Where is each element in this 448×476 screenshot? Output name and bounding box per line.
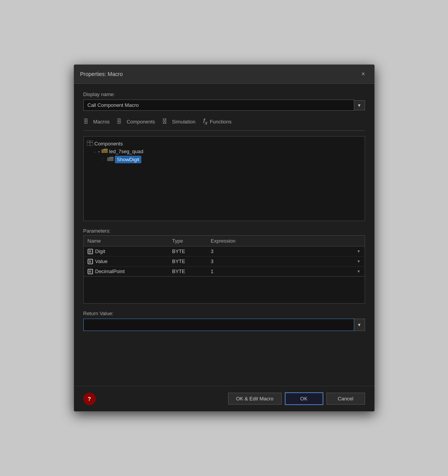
display-name-section: Display name: ▼ — [83, 91, 365, 111]
return-value-input[interactable] — [83, 319, 354, 331]
param-value-expr-cell: 3 ▼ — [207, 257, 365, 267]
col-type: Type — [168, 236, 207, 246]
return-input-row: ▼ — [83, 319, 365, 331]
tree-root-label: Components — [95, 141, 123, 147]
simulation-tab-icon — [163, 118, 170, 125]
expand-icon-1: ▪ — [98, 149, 100, 154]
tree-led7seg-label: led_7seg_quad — [109, 149, 144, 154]
parameters-section: Parameters: Name Type Expression B Di — [83, 228, 365, 304]
param-dp-dropdown[interactable]: ▼ — [357, 269, 361, 273]
display-name-row: ▼ — [83, 100, 365, 111]
help-button[interactable]: ? — [83, 393, 96, 405]
param-dp-name-cell: B DecimalPoint — [83, 267, 168, 277]
param-row-value: B Value BYTE 3 ▼ — [83, 257, 365, 267]
tab-functions-label: Functions — [210, 119, 232, 125]
param-digit-name-cell: B Digit — [83, 246, 168, 257]
param-value-name: Value — [95, 258, 108, 264]
param-value-expr: 3 — [211, 258, 213, 264]
param-dp-type: BYTE — [168, 267, 207, 277]
param-digit-expr-cell: 3 ▼ — [207, 246, 365, 257]
param-dp-name: DecimalPoint — [95, 268, 125, 274]
tabs-row: Macros Components — [83, 116, 365, 131]
title-bar: Properties: Macro × — [74, 65, 374, 84]
col-name: Name — [83, 236, 168, 246]
functions-tab-icon: fx — [203, 118, 208, 126]
param-digit-dropdown[interactable]: ▼ — [357, 249, 361, 253]
tab-functions[interactable]: fx Functions — [203, 116, 233, 127]
parameters-label: Parameters: — [83, 228, 365, 234]
tab-macros-label: Macros — [93, 119, 110, 125]
display-name-dropdown-button[interactable]: ▼ — [354, 100, 365, 110]
param-digit-name: Digit — [95, 248, 105, 254]
param-value-name-cell: B Value — [83, 257, 168, 267]
param-row-decimalpoint: B DecimalPoint BYTE 1 ▼ — [83, 267, 365, 277]
close-button[interactable]: × — [359, 69, 368, 79]
param-row-digit: B Digit BYTE 3 ▼ — [83, 246, 365, 257]
tab-macros[interactable]: Macros — [83, 117, 111, 127]
macros-tab-icon — [84, 118, 91, 125]
col-expression: Expression — [207, 236, 365, 246]
tab-simulation-label: Simulation — [172, 119, 196, 125]
components-tab-icon — [117, 118, 124, 125]
tree-node-led7seg[interactable]: – ▪ led_7seg_quad — [87, 148, 362, 155]
dialog-footer: ? OK & Edit Macro OK Cancel — [74, 386, 374, 411]
parameters-table: Name Type Expression B Digit BYTE — [83, 235, 365, 277]
param-value-type: BYTE — [168, 257, 207, 267]
tree-showdigit-label: ShowDigit — [115, 156, 142, 163]
tab-components[interactable]: Components — [117, 117, 156, 127]
tab-components-label: Components — [127, 119, 155, 125]
cancel-button[interactable]: Cancel — [326, 393, 365, 405]
params-empty-area — [83, 277, 365, 304]
display-name-input[interactable] — [83, 100, 354, 111]
param-value-dropdown[interactable]: ▼ — [357, 259, 361, 263]
param-dp-expr-cell: 1 ▼ — [207, 267, 365, 277]
folder-icon — [101, 149, 108, 154]
dialog-title: Properties: Macro — [80, 71, 123, 77]
return-value-dropdown-button[interactable]: ▼ — [354, 319, 365, 331]
tree-node-showdigit[interactable]: ⋮ ShowDigit — [87, 155, 362, 164]
byte-icon-digit: B — [88, 249, 93, 254]
tree-area: Components – ▪ led_7seg_quad ⋮ — [83, 136, 365, 221]
byte-icon-value: B — [88, 259, 93, 264]
byte-icon-dp: B — [88, 269, 93, 274]
showdigit-folder-icon — [107, 157, 113, 162]
ok-edit-macro-button[interactable]: OK & Edit Macro — [228, 393, 282, 405]
components-root-icon — [87, 140, 93, 147]
tree-node-components-root[interactable]: Components — [87, 140, 362, 148]
tree-connector-2: ⋮ — [101, 157, 105, 162]
dialog-body: Display name: ▼ Macros — [74, 84, 374, 386]
properties-dialog: Properties: Macro × Display name: ▼ — [74, 64, 375, 412]
display-name-label: Display name: — [83, 91, 365, 97]
param-digit-type: BYTE — [168, 246, 207, 257]
param-digit-expr: 3 — [211, 248, 213, 254]
return-value-label: Return Value: — [83, 311, 365, 316]
tree-connector-1: – — [94, 149, 96, 154]
return-value-section: Return Value: ▼ — [83, 311, 365, 331]
tab-simulation[interactable]: Simulation — [162, 117, 196, 127]
param-dp-expr: 1 — [211, 268, 213, 274]
ok-button[interactable]: OK — [285, 392, 323, 405]
